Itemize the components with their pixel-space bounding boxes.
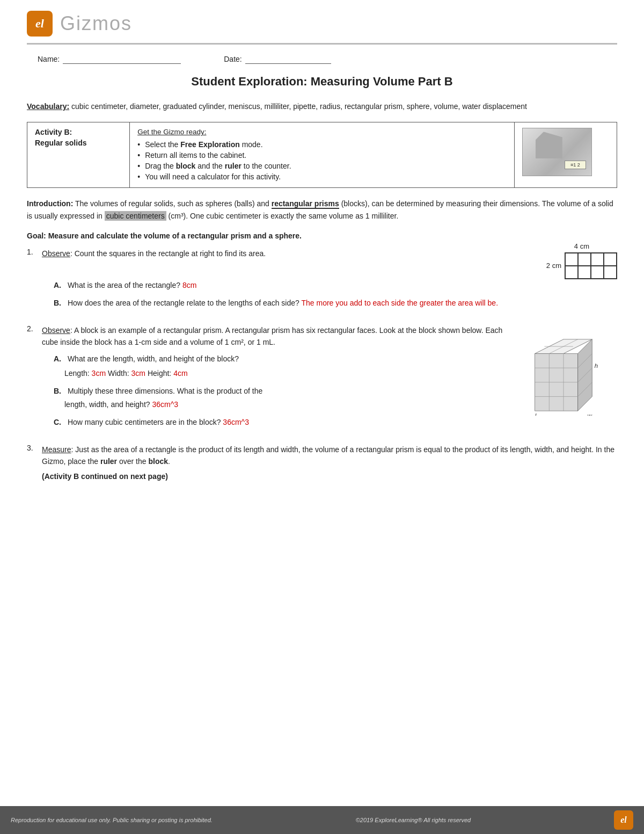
q1-b-label: B. <box>54 299 61 307</box>
date-field: Date: <box>224 54 331 64</box>
q2-label: Observe <box>42 326 70 335</box>
name-label: Name: <box>38 55 60 63</box>
q1-a-answer: 8cm <box>182 281 196 289</box>
svg-text:l: l <box>535 412 537 416</box>
highlight-rect-prisms: rectangular prisms <box>272 199 339 209</box>
gizmo-screenshot: ≡1 2 <box>522 128 592 176</box>
question-3: 3. Measure: Just as the area of a rectan… <box>27 444 617 481</box>
rect-side-label: 2 cm <box>546 262 561 270</box>
q2-text: Observe: A block is an example of a rect… <box>42 324 504 349</box>
get-ready-title: Get the Gizmo ready: <box>137 128 507 136</box>
logo-box: el <box>27 11 53 37</box>
q1-sub-b: B. How does the area of the rectangle re… <box>54 297 617 309</box>
q2-b-text2: length, width, and height? <box>64 400 150 409</box>
logo-icon: el <box>35 17 44 31</box>
q3-header: 3. Measure: Just as the area of a rectan… <box>27 444 617 468</box>
activity-label-cell: Activity B: Regular solids <box>27 122 130 188</box>
q2-b-label: B. <box>54 387 61 395</box>
list-item: You will need a calculator for this acti… <box>137 171 507 182</box>
height-label: Height: <box>148 369 173 378</box>
q2-header: 2. Observe: A block is an example of a r… <box>27 324 504 349</box>
q1-sub-questions: A. What is the area of the rectangle? 8c… <box>54 279 617 309</box>
q1-b-text: How does the area of the rectangle relat… <box>68 299 299 307</box>
q1-number: 1. <box>27 248 38 259</box>
q1-sub-a: A. What is the area of the rectangle? 8c… <box>54 279 617 292</box>
date-input-line[interactable] <box>245 54 331 64</box>
page-title: Student Exploration: Measuring Volume Pa… <box>27 75 617 89</box>
q1-a-label: A. <box>54 281 61 289</box>
width-label: Width: <box>108 369 131 378</box>
name-date-row: Name: Date: <box>38 54 617 64</box>
question-2: h l w 2. Observe: A block is an example … <box>27 324 617 434</box>
intro-text-1: The volumes of regular solids, such as s… <box>75 199 272 208</box>
vocab-label: Vocabulary: <box>27 102 69 111</box>
intro-label: Introduction: <box>27 199 73 208</box>
goal-section: Goal: Measure and calculate the volume o… <box>27 231 617 240</box>
list-item: Return all items to the cabinet. <box>137 150 507 161</box>
footer-left-text: Reproduction for educational use only. P… <box>11 817 213 823</box>
cube-diagram: h l w <box>521 330 617 417</box>
regular-solids-label: Regular solids <box>35 139 86 147</box>
q3-label: Measure <box>42 445 71 454</box>
q2-b-answer: 36cm^3 <box>152 400 178 409</box>
rect-grid <box>565 252 617 279</box>
questions-section: 1. Observe: Count the squares in the rec… <box>27 248 617 481</box>
list-item: Select the Free Exploration mode. <box>137 139 507 150</box>
name-field: Name: <box>38 54 181 64</box>
introduction-section: Introduction: The volumes of regular sol… <box>27 198 617 222</box>
footer-right-text: ©2019 ExploreLearning® All rights reserv… <box>356 817 471 823</box>
q2-number: 2. <box>27 324 38 349</box>
rect-diagram-container: 4 cm 2 cm <box>546 242 617 279</box>
length-answer: 3cm <box>92 369 106 378</box>
rect-with-label: 2 cm <box>546 252 617 279</box>
activity-image-cell: ≡1 2 <box>514 122 617 188</box>
cube-svg: h l w <box>521 330 606 416</box>
q2-c-text: How many cubic centimeters are in the bl… <box>68 418 221 426</box>
q2-a-label: A. <box>54 354 61 363</box>
question-1: 1. Observe: Count the squares in the rec… <box>27 248 617 315</box>
q1-content: 1. Observe: Count the squares in the rec… <box>27 248 530 259</box>
intro-text-3: (cm³). One cubic centimeter is exactly t… <box>169 212 399 220</box>
svg-text:w: w <box>587 412 592 416</box>
footer-logo: el <box>614 810 633 830</box>
q2-b-text: Multiply these three dimensions. What is… <box>68 387 262 395</box>
width-answer: 3cm <box>131 369 145 378</box>
list-item: Drag the block and the ruler to the coun… <box>137 161 507 171</box>
footer: Reproduction for educational use only. P… <box>0 806 644 834</box>
header: el Gizmos <box>27 11 617 45</box>
q3-number: 3. <box>27 444 38 468</box>
q1-a-text: What is the area of the rectangle? <box>68 281 180 289</box>
length-label: Length: <box>64 369 92 378</box>
activity-table: Activity B: Regular solids Get the Gizmo… <box>27 122 617 188</box>
height-answer: 4cm <box>173 369 187 378</box>
activity-instructions-list: Select the Free Exploration mode. Return… <box>137 139 507 182</box>
q2-a-text: What are the length, width, and height o… <box>68 354 239 363</box>
q2-c-answer: 36cm^3 <box>223 418 249 426</box>
q1-label: Observe <box>42 249 70 258</box>
app-title: Gizmos <box>60 12 132 35</box>
vocabulary-section: Vocabulary: cubic centimeter, diameter, … <box>27 100 617 112</box>
q2-c-label: C. <box>54 418 61 426</box>
name-input-line[interactable] <box>63 54 181 64</box>
q3-text: Measure: Just as the area of a rectangle… <box>42 444 617 468</box>
activity-continued: (Activity B continued on next page) <box>42 472 617 481</box>
q1-text: Observe: Count the squares in the rectan… <box>42 248 530 259</box>
q2-sub-c: C. How many cubic centimeters are in the… <box>54 416 617 429</box>
activity-instructions-cell: Get the Gizmo ready: Select the Free Exp… <box>130 122 515 188</box>
date-label: Date: <box>224 55 241 63</box>
highlight-cubic-cm: cubic centimeters <box>105 211 166 221</box>
rect-top-label: 4 cm <box>546 242 617 250</box>
footer-logo-text: el <box>620 815 627 825</box>
svg-text:h: h <box>595 362 598 369</box>
q1-b-answer: The more you add to each side the greate… <box>301 299 498 307</box>
vocab-terms: cubic centimeter, diameter, graduated cy… <box>71 102 527 111</box>
activity-b-label: Activity B: <box>35 128 122 136</box>
